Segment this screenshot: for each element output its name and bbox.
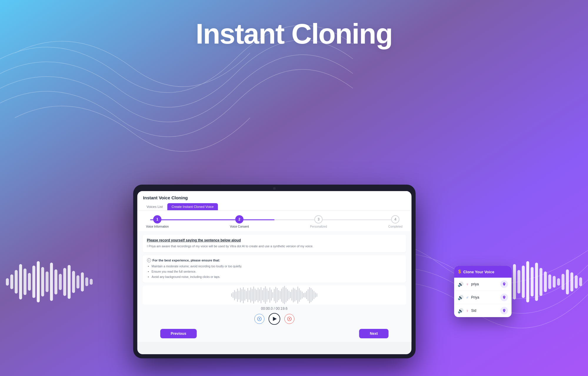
timer-display: 00:00.0 / 00:19.6 [142,307,406,311]
voice-item-sid[interactable]: 🔊 ♀ Sid [454,304,512,317]
step-2-circle: 2 [235,215,244,223]
female-icon-2: ♀ [466,309,469,313]
app-title: Instant Voice Cloning [143,195,405,200]
step-1: 1 Voice Information [146,215,169,228]
play-button[interactable] [268,313,280,325]
step-progress: 1 Voice Information 2 Voice Consent 3 Pe… [137,211,411,231]
tips-box: i For the best experience, please ensure… [142,255,406,283]
speaker-icon: 🔊 [458,308,464,314]
step-4-circle: 4 [391,215,399,223]
rewind-button[interactable] [254,314,264,324]
instruction-text: I Priya am aware that recordings of my v… [147,244,402,249]
assign-icon-2 [502,295,506,299]
dollar-icon: $ [458,269,461,274]
next-button[interactable]: Next [359,329,388,338]
app-screen: Instant Voice Cloning Voices List Create… [137,191,411,354]
assign-icon [502,282,506,286]
step-1-circle: 1 [153,215,161,223]
rewind-icon [257,317,261,321]
step-3-label: Personalized [310,225,327,228]
tips-list: Maintain a moderate volume; avoid record… [147,264,402,280]
step-3-circle: 3 [314,215,323,223]
tab-voices-list[interactable]: Voices List [143,203,166,210]
app-header: Instant Voice Cloning Voices List Create… [137,191,411,211]
male-icon: ♂ [466,295,469,300]
tab-create-cloned[interactable]: Create Instant Cloned Voice [167,203,218,210]
stop-button[interactable] [284,314,294,324]
clone-voice-list: 🔊 ♀ priya 🔊 ♂ Priya 🔊 ♀ Sid [454,278,512,317]
step-2: 2 Voice Consent [230,215,249,228]
speaker-icon: 🔊 [458,281,464,287]
voice-name-sid: Sid [471,309,498,313]
voice-name-priya-upper: Priya [471,295,498,299]
instruction-title: Please record yourself saying the senten… [147,238,402,242]
assign-voice-btn[interactable] [500,280,508,288]
clone-card-header: $ Clone Your Voice [454,266,512,278]
step-3: 3 Personalized [310,215,327,228]
step-4: 4 Completed [388,215,402,228]
clone-voice-card: $ Clone Your Voice 🔊 ♀ priya 🔊 ♂ Priya [454,266,512,317]
step-2-label: Voice Consent [230,225,249,228]
left-waveform [6,261,93,302]
step-4-label: Completed [388,225,402,228]
voice-item-priya-lower[interactable]: 🔊 ♀ priya [454,278,512,291]
info-icon: i [147,258,151,262]
speaker-icon: 🔊 [458,295,464,300]
main-content: Please record yourself saying the senten… [137,231,411,342]
step-1-label: Voice Information [146,225,169,228]
instruction-box: Please record yourself saying the senten… [142,235,406,252]
tab-bar: Voices List Create Instant Cloned Voice [143,203,405,210]
camera [273,187,275,190]
assign-voice-btn-3[interactable] [500,307,508,314]
page-title: Instant Cloning [0,18,588,50]
assign-icon-3 [502,309,506,313]
assign-voice-btn-2[interactable] [500,294,508,301]
play-icon [273,317,276,321]
nav-buttons: Previous Next [142,329,406,338]
player-controls[interactable] [142,313,406,325]
voice-name-priya-lower: priya [471,282,498,286]
tips-header: i For the best experience, please ensure… [147,258,402,262]
app-waveform [142,286,406,305]
clone-card-title: Clone Your Voice [463,270,494,274]
stop-icon [287,317,291,321]
female-icon: ♀ [466,282,469,286]
previous-button[interactable]: Previous [160,329,197,338]
tablet: Instant Voice Cloning Voices List Create… [133,185,415,358]
voice-item-priya-upper[interactable]: 🔊 ♂ Priya [454,291,512,304]
